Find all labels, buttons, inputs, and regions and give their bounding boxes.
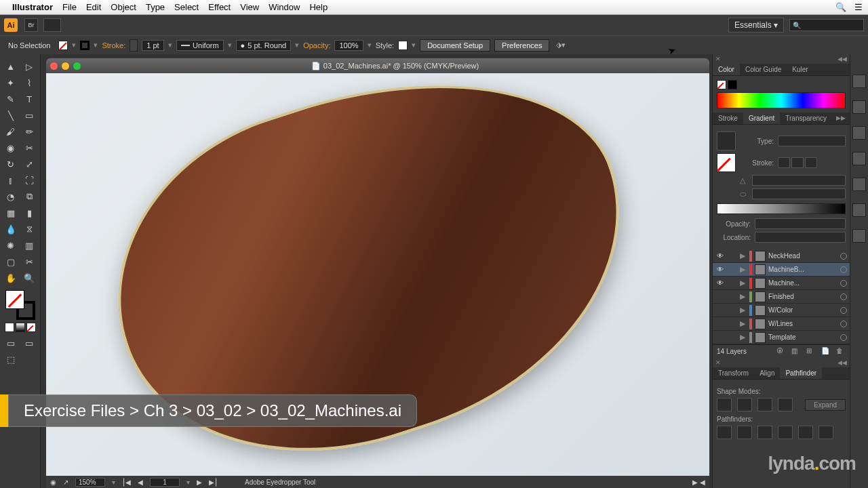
dock-symbols-icon[interactable]: [852, 126, 866, 140]
paintbrush-tool[interactable]: 🖌: [1, 123, 20, 140]
eyedropper-tool[interactable]: 💧: [1, 221, 20, 237]
stroke-weight-field[interactable]: 1 pt: [142, 40, 163, 51]
mesh-tool[interactable]: ▦: [1, 205, 20, 221]
layer-row[interactable]: 👁▶NeckHead: [713, 249, 850, 263]
symbol-sprayer-tool[interactable]: ✺: [1, 237, 20, 253]
target-icon[interactable]: [840, 321, 847, 327]
stroke-align-3[interactable]: [805, 157, 817, 168]
search-field[interactable]: 🔍: [789, 19, 864, 31]
tab-stroke[interactable]: Stroke: [713, 113, 743, 124]
gradient-tool[interactable]: ▮: [20, 205, 39, 221]
tab-color[interactable]: Color: [713, 64, 740, 75]
layer-row[interactable]: ▶W/Color: [713, 304, 850, 317]
first-artboard-button[interactable]: ⎮◀: [122, 479, 131, 486]
next-artboard-button[interactable]: ▶: [197, 479, 202, 486]
close-pathfinder-icon[interactable]: ✕: [715, 359, 721, 366]
pen-tool[interactable]: ✎: [1, 91, 20, 107]
rotate-tool[interactable]: ↻: [1, 156, 20, 172]
delete-layer-icon[interactable]: 🗑: [836, 347, 846, 357]
expand-button[interactable]: Expand: [805, 399, 846, 411]
zoom-window-button[interactable]: [73, 62, 81, 70]
gradient-type-field[interactable]: [778, 136, 846, 146]
target-icon[interactable]: [840, 280, 847, 287]
dock-layers-icon[interactable]: [852, 229, 866, 243]
tab-pathfinder[interactable]: Pathfinder: [780, 367, 822, 379]
gradient-location-field[interactable]: [755, 232, 846, 243]
expand-layer-icon[interactable]: ▶: [740, 279, 747, 287]
dock-swatches-icon[interactable]: [852, 75, 866, 88]
layer-row[interactable]: ▶Finished: [713, 290, 850, 304]
layer-name[interactable]: W/Color: [768, 306, 837, 314]
direct-selection-tool[interactable]: ▷: [20, 58, 39, 75]
close-window-button[interactable]: [50, 62, 58, 70]
workspace-switcher[interactable]: Essentials ▾: [728, 18, 784, 33]
color-spectrum[interactable]: [717, 92, 846, 108]
gradient-mode-button[interactable]: [16, 323, 25, 332]
width-tool[interactable]: ⫿: [1, 172, 20, 188]
artboard-number-field[interactable]: 1: [150, 478, 180, 487]
expand-layer-icon[interactable]: ▶: [740, 265, 747, 274]
expand-layer-icon[interactable]: ▶: [740, 319, 747, 328]
zoom-tool[interactable]: 🔍: [20, 270, 39, 286]
layer-name[interactable]: Finished: [768, 293, 837, 300]
unite-button[interactable]: [717, 398, 732, 411]
graphic-style-swatch[interactable]: [398, 41, 408, 50]
stroke-swatch[interactable]: [80, 41, 90, 50]
tab-gradient[interactable]: Gradient: [743, 113, 780, 124]
menu-view[interactable]: View: [240, 2, 259, 12]
document-setup-button[interactable]: Document Setup: [420, 39, 490, 52]
merge-button[interactable]: [757, 426, 772, 439]
expand-layer-icon[interactable]: ▶: [740, 251, 747, 260]
make-clipping-mask-icon[interactable]: ▥: [791, 347, 801, 357]
line-tool[interactable]: ╲: [1, 107, 20, 123]
intersect-button[interactable]: [757, 398, 772, 411]
stroke-align-2[interactable]: [791, 157, 804, 168]
divide-button[interactable]: [717, 426, 732, 439]
expand-layer-icon[interactable]: ▶: [740, 333, 747, 342]
gradient-ramp[interactable]: [717, 203, 846, 214]
color-mode-button[interactable]: [5, 323, 14, 332]
hand-tool[interactable]: ✋: [1, 270, 20, 286]
panel-collapse-icon[interactable]: ◀◀: [837, 56, 847, 62]
shape-builder-tool[interactable]: ◔: [1, 188, 20, 205]
menu-select[interactable]: Select: [174, 2, 199, 12]
minus-front-button[interactable]: [737, 398, 752, 411]
menu-extras-icon[interactable]: ☰: [854, 2, 863, 12]
artboard-tool[interactable]: ▢: [1, 253, 20, 270]
opacity-field[interactable]: 100%: [334, 40, 363, 51]
status-menu-button[interactable]: ▶ ◀: [692, 479, 705, 486]
fill-swatch[interactable]: [58, 41, 68, 50]
pathfinder-collapse-icon[interactable]: ◀◀: [837, 359, 847, 366]
blend-tool[interactable]: ⧖: [20, 221, 39, 237]
layer-row[interactable]: 👁▶MachineB...: [713, 263, 850, 277]
target-icon[interactable]: [840, 334, 847, 341]
outline-button[interactable]: [798, 426, 813, 439]
draw-mode-behind[interactable]: ▭: [20, 335, 39, 351]
gradient-fill-swatch[interactable]: [717, 153, 736, 172]
brush-field[interactable]: 5 pt. Round: [248, 41, 286, 49]
layer-row[interactable]: ▶W/Lines: [713, 317, 850, 331]
fill-stroke-indicator[interactable]: [5, 290, 35, 320]
dock-appearance-icon[interactable]: [852, 178, 866, 191]
type-tool[interactable]: T: [20, 91, 39, 107]
lasso-tool[interactable]: ⌇: [20, 75, 39, 91]
visibility-toggle[interactable]: 👁: [715, 279, 725, 287]
minus-back-button[interactable]: [818, 426, 833, 439]
dock-stroke-icon[interactable]: [852, 152, 866, 165]
layer-row[interactable]: 👁▶Machine...: [713, 277, 850, 290]
target-icon[interactable]: [840, 307, 847, 314]
expand-layer-icon[interactable]: ▶: [740, 306, 747, 314]
color-stroke-swatch[interactable]: [728, 80, 737, 89]
layer-name[interactable]: Machine...: [768, 279, 837, 287]
close-panel-icon[interactable]: ✕: [715, 56, 721, 62]
bridge-button[interactable]: Br: [24, 18, 38, 32]
nav-icon[interactable]: ↗: [63, 479, 68, 486]
menu-help[interactable]: Help: [309, 2, 328, 12]
layer-name[interactable]: Template: [768, 333, 837, 341]
eraser-tool[interactable]: ✂: [20, 140, 39, 156]
none-mode-button[interactable]: [26, 323, 36, 332]
arrange-documents-button[interactable]: [43, 18, 61, 32]
app-name[interactable]: Illustrator: [12, 2, 53, 12]
tab-transparency[interactable]: Transparency: [780, 113, 832, 124]
tab-color-guide[interactable]: Color Guide: [740, 64, 787, 75]
